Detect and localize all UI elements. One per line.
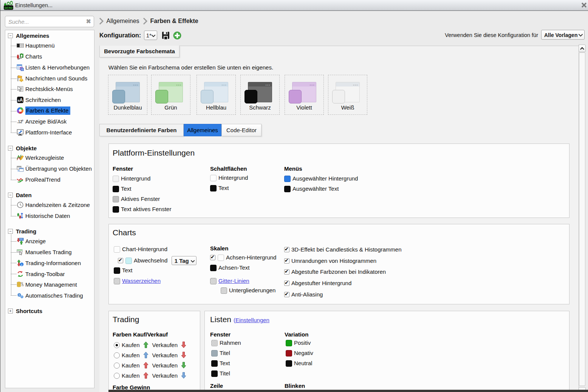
svg-text:DEMO: DEMO — [5, 6, 13, 10]
svg-text:o: o — [22, 119, 23, 122]
svg-text:A: A — [20, 97, 23, 103]
